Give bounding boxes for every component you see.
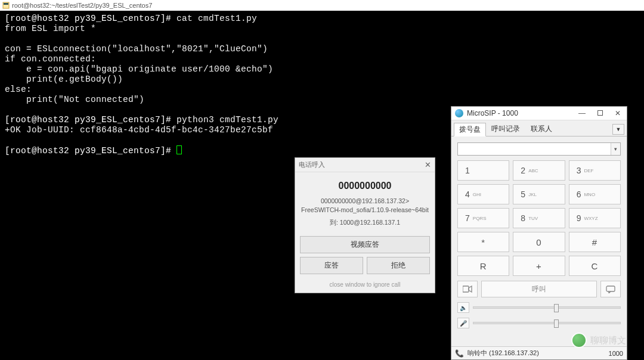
code-line: if con.connected: (5, 54, 96, 64)
mic-volume-slider[interactable] (473, 322, 621, 324)
caller-uri: 0000000000@192.168.137.32> (295, 197, 435, 206)
tab-bar: 拨号盘 呼叫记录 联系人 ▼ (451, 120, 627, 136)
prompt: [root@host32 py39_ESL_centos7]# (5, 14, 177, 23)
code-line: con = ESLconnection("localhost","8021","… (5, 44, 268, 54)
dial-star[interactable]: * (457, 232, 509, 252)
dial-2[interactable]: 2ABC (513, 160, 565, 181)
maximize-icon[interactable] (595, 109, 605, 117)
caller-number: 0000000000 (295, 172, 435, 197)
phone-icon: 📞 (455, 349, 464, 358)
prompt: [root@host32 py39_ESL_centos7]# (5, 115, 177, 125)
putty-titlebar: root@host32:~/test/eslTest2/py39_ESL_cen… (0, 0, 644, 11)
dialpad: 1 2ABC 3DEF 4GHI 5JKL 6MNO 7PQRS 8TUV 9W… (457, 160, 621, 276)
code-line: e = con.api("bgapi originate user/1000 &… (5, 64, 273, 74)
minimize-icon[interactable]: — (576, 109, 588, 117)
dial-7[interactable]: 7PQRS (457, 208, 509, 228)
tab-call-log[interactable]: 呼叫记录 (486, 122, 525, 136)
redial-button[interactable]: R (457, 256, 509, 276)
output-line: +OK Job-UUID: ccf8648a-4cbd-4d5f-bc4c-34… (5, 125, 273, 135)
tab-dialpad[interactable]: 拨号盘 (454, 123, 486, 136)
reject-button[interactable]: 拒绝 (367, 257, 430, 274)
svg-rect-3 (606, 286, 615, 291)
dial-9[interactable]: 9WXYZ (569, 208, 621, 228)
cmd-python: python3 cmdTest1.py (177, 115, 278, 125)
microsip-titlebar[interactable]: MicroSIP - 1000 — ✕ (451, 107, 627, 120)
call-footer-hint: close window to ignore call (295, 279, 435, 293)
dial-hash[interactable]: # (569, 232, 621, 252)
watermark: 聊聊博文 (571, 333, 626, 348)
microsip-title: MicroSIP - 1000 (467, 109, 572, 117)
message-button[interactable] (600, 281, 621, 297)
mic-icon[interactable]: 🎤 (457, 318, 469, 328)
watermark-text: 聊聊博文 (590, 335, 626, 346)
dial-3[interactable]: 3DEF (569, 160, 621, 181)
call-title-text: 电话呼入 (299, 160, 325, 169)
call-titlebar[interactable]: 电话呼入 ✕ (295, 158, 435, 172)
microsip-window: MicroSIP - 1000 — ✕ 拨号盘 呼叫记录 联系人 ▼ ▾ 1 2… (451, 106, 627, 360)
status-extension: 1000 (609, 350, 623, 357)
callee-info: 到: 1000@192.168.137.1 (295, 219, 435, 229)
status-text: 响铃中 (192.168.137.32) (467, 349, 539, 358)
dial-8[interactable]: 8TUV (513, 208, 565, 228)
dial-5[interactable]: 5JKL (513, 184, 565, 204)
putty-title-text: root@host32:~/test/eslTest2/py39_ESL_cen… (12, 2, 152, 9)
number-input[interactable] (457, 142, 621, 156)
video-answer-button[interactable]: 视频应答 (300, 236, 430, 253)
dial-4[interactable]: 4GHI (457, 184, 509, 204)
dial-1[interactable]: 1 (457, 160, 509, 181)
plus-button[interactable]: + (513, 256, 565, 276)
dial-6[interactable]: 6MNO (569, 184, 621, 204)
prompt: [root@host32 py39_ESL_centos7]# (5, 146, 177, 156)
incoming-call-dialog: 电话呼入 ✕ 0000000000 0000000000@192.168.137… (295, 157, 435, 293)
microsip-logo-icon (455, 109, 463, 117)
caller-agent: FreeSWITCH-mod_sofia/1.10.9-release~64bi… (295, 206, 435, 215)
speaker-volume-slider[interactable] (473, 306, 621, 309)
number-history-dropdown[interactable]: ▾ (611, 143, 620, 155)
code-line: from ESL import * (5, 24, 96, 33)
status-bar: 📞 响铃中 (192.168.137.32) 1000 (451, 346, 627, 359)
tab-contacts[interactable]: 联系人 (525, 122, 558, 136)
watermark-icon (571, 333, 587, 348)
cursor (177, 145, 182, 154)
code-line: else: (5, 85, 32, 94)
video-call-button[interactable] (457, 281, 478, 297)
code-line: print(e.getBody()) (5, 75, 123, 84)
call-button[interactable]: 呼叫 (481, 281, 597, 297)
dial-0[interactable]: 0 (513, 232, 565, 252)
svg-rect-1 (4, 3, 8, 5)
putty-icon (2, 2, 10, 9)
close-icon[interactable]: ✕ (612, 109, 623, 117)
speaker-icon[interactable]: 🔈 (457, 302, 469, 313)
answer-button[interactable]: 应答 (300, 257, 363, 274)
svg-rect-2 (463, 286, 469, 292)
code-line: print("Not connected") (5, 95, 144, 104)
clear-button[interactable]: C (569, 256, 621, 276)
close-icon[interactable]: ✕ (425, 160, 431, 169)
menu-dropdown-button[interactable]: ▼ (612, 124, 624, 135)
cmd-cat: cat cmdTest1.py (177, 14, 257, 23)
